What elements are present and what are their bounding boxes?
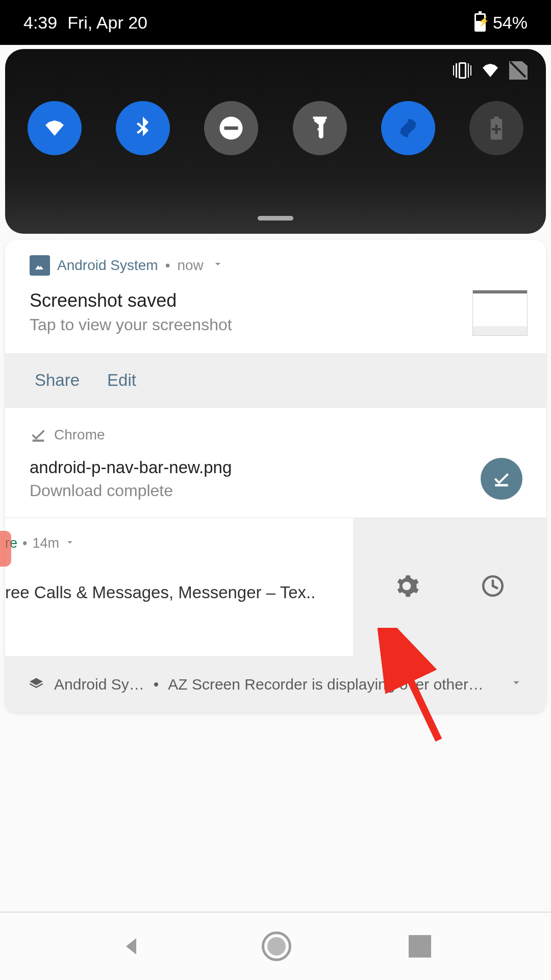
no-sim-icon xyxy=(509,61,528,80)
notification-screenshot[interactable]: Android System • now Screenshot saved Ta… xyxy=(5,240,546,408)
svg-rect-1 xyxy=(224,127,238,130)
screenshot-thumbnail[interactable] xyxy=(472,290,528,336)
notification-subtitle: Download complete xyxy=(30,481,232,500)
notification-app-name: Android System xyxy=(57,257,158,274)
battery-icon: ⚡ xyxy=(474,13,486,32)
bluetooth-icon xyxy=(129,114,157,142)
notification-app-name: Chrome xyxy=(54,427,105,443)
qs-tile-autorotate[interactable] xyxy=(381,101,435,155)
share-action[interactable]: Share xyxy=(35,371,80,390)
notification-download[interactable]: Chrome android-p-nav-bar-new.png Downloa… xyxy=(5,408,546,518)
notification-settings-button[interactable] xyxy=(394,573,419,601)
dnd-icon xyxy=(217,114,245,142)
notification-body-fragment: ree Calls & Messages, Messenger – Tex.. xyxy=(5,551,348,602)
status-time: 4:39 xyxy=(23,13,57,33)
separator-dot: • xyxy=(165,257,170,274)
notification-time: 14m xyxy=(32,535,59,551)
vibrate-icon xyxy=(453,61,471,80)
notification-title: android-p-nav-bar-new.png xyxy=(30,458,232,477)
download-done-icon xyxy=(30,426,47,444)
edit-action[interactable]: Edit xyxy=(107,371,136,390)
notification-actions: Share Edit xyxy=(5,353,546,407)
battery-saver-icon xyxy=(483,114,510,142)
battery-percent: 54% xyxy=(493,13,528,33)
notification-shade: Android System • now Screenshot saved Ta… xyxy=(5,240,546,713)
notification-time: now xyxy=(177,257,203,274)
svg-rect-2 xyxy=(313,117,327,119)
notification-header[interactable]: Chrome xyxy=(5,408,546,449)
gear-icon xyxy=(394,573,419,599)
square-icon xyxy=(409,935,431,958)
picture-icon xyxy=(30,255,50,276)
qs-tile-bluetooth[interactable] xyxy=(116,101,170,155)
notification-header[interactable]: Android System • now xyxy=(5,240,546,281)
layers-icon xyxy=(28,676,45,693)
download-complete-badge[interactable] xyxy=(481,458,522,500)
qs-tile-wifi[interactable] xyxy=(28,101,82,155)
notification-subtitle: Tap to view your screenshot xyxy=(30,315,232,334)
checkmark-icon xyxy=(492,469,511,488)
qs-status-icons xyxy=(453,61,528,80)
status-date: Fri, Apr 20 xyxy=(67,13,147,33)
clock-icon xyxy=(480,573,506,599)
qs-expand-handle[interactable] xyxy=(258,216,293,220)
notification-swiped-card[interactable]: re • 14m ree Calls & Messages, Messenger… xyxy=(5,518,353,656)
separator-dot: • xyxy=(22,535,27,551)
status-bar: 4:39 Fri, Apr 20 ⚡ 54% xyxy=(0,0,551,45)
autorotate-icon xyxy=(394,114,422,142)
nav-back-button[interactable] xyxy=(120,934,144,959)
nav-home-button[interactable] xyxy=(262,932,291,961)
summary-app-name: Android Sy… xyxy=(54,676,144,693)
separator-dot: • xyxy=(154,676,159,693)
chevron-down-icon[interactable] xyxy=(212,257,224,274)
wifi-icon xyxy=(45,120,64,136)
qs-tile-battery-saver[interactable] xyxy=(469,101,523,155)
flashlight-icon xyxy=(306,114,334,142)
notification-title: Screenshot saved xyxy=(30,290,232,311)
background-artifact xyxy=(0,531,11,567)
chevron-down-icon[interactable] xyxy=(509,675,523,693)
chevron-down-icon[interactable] xyxy=(64,535,76,551)
qs-tile-flashlight[interactable] xyxy=(293,101,347,155)
wifi-status-icon xyxy=(483,64,498,77)
notification-snooze-button[interactable] xyxy=(480,573,506,601)
nav-recents-button[interactable] xyxy=(409,935,431,958)
qs-tile-dnd[interactable] xyxy=(204,101,258,155)
back-triangle-icon xyxy=(120,934,144,959)
notification-summary[interactable]: Android Sy… • AZ Screen Recorder is disp… xyxy=(5,656,546,713)
quick-settings-panel[interactable] xyxy=(5,49,546,234)
summary-text: AZ Screen Recorder is displaying over ot… xyxy=(168,676,484,693)
notification-swiped: re • 14m ree Calls & Messages, Messenger… xyxy=(5,518,546,656)
navigation-bar xyxy=(0,912,551,980)
